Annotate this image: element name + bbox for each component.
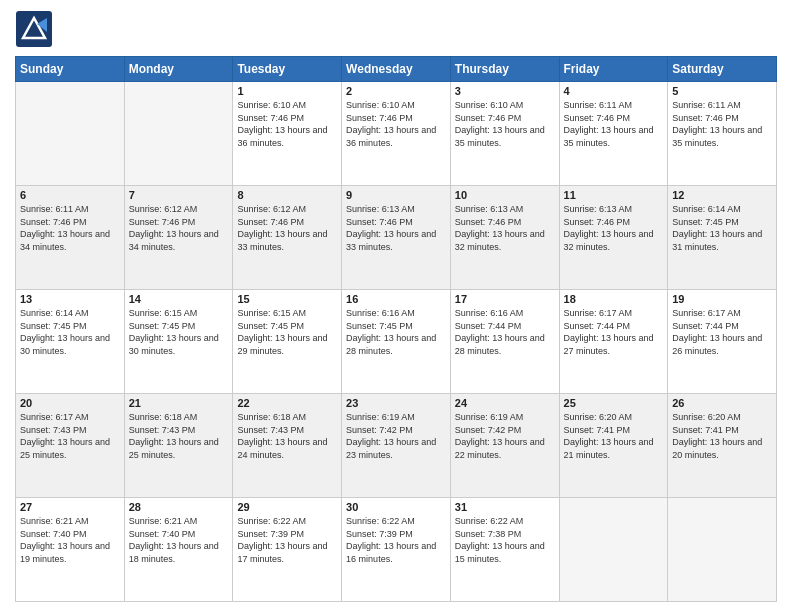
day-info: Sunrise: 6:11 AMSunset: 7:46 PMDaylight:… (564, 99, 664, 149)
col-header-friday: Friday (559, 57, 668, 82)
calendar-cell: 21Sunrise: 6:18 AMSunset: 7:43 PMDayligh… (124, 394, 233, 498)
day-info: Sunrise: 6:22 AMSunset: 7:38 PMDaylight:… (455, 515, 555, 565)
day-number: 5 (672, 85, 772, 97)
calendar-cell: 28Sunrise: 6:21 AMSunset: 7:40 PMDayligh… (124, 498, 233, 602)
day-number: 11 (564, 189, 664, 201)
day-info: Sunrise: 6:18 AMSunset: 7:43 PMDaylight:… (129, 411, 229, 461)
day-number: 16 (346, 293, 446, 305)
day-info: Sunrise: 6:17 AMSunset: 7:44 PMDaylight:… (672, 307, 772, 357)
day-info: Sunrise: 6:12 AMSunset: 7:46 PMDaylight:… (237, 203, 337, 253)
calendar-cell: 29Sunrise: 6:22 AMSunset: 7:39 PMDayligh… (233, 498, 342, 602)
day-info: Sunrise: 6:13 AMSunset: 7:46 PMDaylight:… (455, 203, 555, 253)
day-info: Sunrise: 6:11 AMSunset: 7:46 PMDaylight:… (20, 203, 120, 253)
day-number: 24 (455, 397, 555, 409)
day-number: 13 (20, 293, 120, 305)
day-info: Sunrise: 6:10 AMSunset: 7:46 PMDaylight:… (237, 99, 337, 149)
calendar-week-1: 1Sunrise: 6:10 AMSunset: 7:46 PMDaylight… (16, 82, 777, 186)
day-number: 26 (672, 397, 772, 409)
col-header-monday: Monday (124, 57, 233, 82)
calendar-cell: 11Sunrise: 6:13 AMSunset: 7:46 PMDayligh… (559, 186, 668, 290)
day-info: Sunrise: 6:19 AMSunset: 7:42 PMDaylight:… (346, 411, 446, 461)
day-number: 2 (346, 85, 446, 97)
calendar-cell: 31Sunrise: 6:22 AMSunset: 7:38 PMDayligh… (450, 498, 559, 602)
day-number: 21 (129, 397, 229, 409)
col-header-wednesday: Wednesday (342, 57, 451, 82)
logo-icon (15, 10, 53, 48)
day-info: Sunrise: 6:13 AMSunset: 7:46 PMDaylight:… (564, 203, 664, 253)
day-info: Sunrise: 6:21 AMSunset: 7:40 PMDaylight:… (20, 515, 120, 565)
calendar-cell: 22Sunrise: 6:18 AMSunset: 7:43 PMDayligh… (233, 394, 342, 498)
day-number: 23 (346, 397, 446, 409)
day-info: Sunrise: 6:13 AMSunset: 7:46 PMDaylight:… (346, 203, 446, 253)
calendar-cell (124, 82, 233, 186)
calendar-cell: 4Sunrise: 6:11 AMSunset: 7:46 PMDaylight… (559, 82, 668, 186)
day-number: 27 (20, 501, 120, 513)
day-number: 12 (672, 189, 772, 201)
day-info: Sunrise: 6:16 AMSunset: 7:45 PMDaylight:… (346, 307, 446, 357)
day-info: Sunrise: 6:20 AMSunset: 7:41 PMDaylight:… (672, 411, 772, 461)
calendar-week-2: 6Sunrise: 6:11 AMSunset: 7:46 PMDaylight… (16, 186, 777, 290)
calendar-cell: 17Sunrise: 6:16 AMSunset: 7:44 PMDayligh… (450, 290, 559, 394)
day-number: 15 (237, 293, 337, 305)
calendar-cell: 18Sunrise: 6:17 AMSunset: 7:44 PMDayligh… (559, 290, 668, 394)
day-info: Sunrise: 6:17 AMSunset: 7:44 PMDaylight:… (564, 307, 664, 357)
day-info: Sunrise: 6:12 AMSunset: 7:46 PMDaylight:… (129, 203, 229, 253)
calendar-cell: 14Sunrise: 6:15 AMSunset: 7:45 PMDayligh… (124, 290, 233, 394)
calendar-week-5: 27Sunrise: 6:21 AMSunset: 7:40 PMDayligh… (16, 498, 777, 602)
day-number: 30 (346, 501, 446, 513)
day-info: Sunrise: 6:15 AMSunset: 7:45 PMDaylight:… (129, 307, 229, 357)
calendar-cell: 6Sunrise: 6:11 AMSunset: 7:46 PMDaylight… (16, 186, 125, 290)
calendar-week-3: 13Sunrise: 6:14 AMSunset: 7:45 PMDayligh… (16, 290, 777, 394)
calendar-cell: 5Sunrise: 6:11 AMSunset: 7:46 PMDaylight… (668, 82, 777, 186)
day-info: Sunrise: 6:22 AMSunset: 7:39 PMDaylight:… (237, 515, 337, 565)
day-info: Sunrise: 6:16 AMSunset: 7:44 PMDaylight:… (455, 307, 555, 357)
day-number: 4 (564, 85, 664, 97)
day-info: Sunrise: 6:10 AMSunset: 7:46 PMDaylight:… (346, 99, 446, 149)
header (15, 10, 777, 48)
day-number: 20 (20, 397, 120, 409)
day-number: 14 (129, 293, 229, 305)
calendar-cell (559, 498, 668, 602)
day-number: 29 (237, 501, 337, 513)
day-info: Sunrise: 6:17 AMSunset: 7:43 PMDaylight:… (20, 411, 120, 461)
day-info: Sunrise: 6:15 AMSunset: 7:45 PMDaylight:… (237, 307, 337, 357)
day-number: 18 (564, 293, 664, 305)
day-info: Sunrise: 6:10 AMSunset: 7:46 PMDaylight:… (455, 99, 555, 149)
calendar-cell: 30Sunrise: 6:22 AMSunset: 7:39 PMDayligh… (342, 498, 451, 602)
logo (15, 10, 55, 48)
day-number: 8 (237, 189, 337, 201)
page: SundayMondayTuesdayWednesdayThursdayFrid… (0, 0, 792, 612)
day-info: Sunrise: 6:14 AMSunset: 7:45 PMDaylight:… (20, 307, 120, 357)
day-number: 31 (455, 501, 555, 513)
calendar-cell: 2Sunrise: 6:10 AMSunset: 7:46 PMDaylight… (342, 82, 451, 186)
day-info: Sunrise: 6:14 AMSunset: 7:45 PMDaylight:… (672, 203, 772, 253)
day-number: 19 (672, 293, 772, 305)
calendar-cell: 13Sunrise: 6:14 AMSunset: 7:45 PMDayligh… (16, 290, 125, 394)
day-info: Sunrise: 6:21 AMSunset: 7:40 PMDaylight:… (129, 515, 229, 565)
calendar-cell (16, 82, 125, 186)
calendar-cell (668, 498, 777, 602)
calendar-cell: 23Sunrise: 6:19 AMSunset: 7:42 PMDayligh… (342, 394, 451, 498)
calendar-cell: 19Sunrise: 6:17 AMSunset: 7:44 PMDayligh… (668, 290, 777, 394)
day-info: Sunrise: 6:11 AMSunset: 7:46 PMDaylight:… (672, 99, 772, 149)
day-info: Sunrise: 6:18 AMSunset: 7:43 PMDaylight:… (237, 411, 337, 461)
day-info: Sunrise: 6:19 AMSunset: 7:42 PMDaylight:… (455, 411, 555, 461)
calendar-cell: 24Sunrise: 6:19 AMSunset: 7:42 PMDayligh… (450, 394, 559, 498)
day-number: 1 (237, 85, 337, 97)
day-info: Sunrise: 6:20 AMSunset: 7:41 PMDaylight:… (564, 411, 664, 461)
calendar-cell: 20Sunrise: 6:17 AMSunset: 7:43 PMDayligh… (16, 394, 125, 498)
calendar-cell: 7Sunrise: 6:12 AMSunset: 7:46 PMDaylight… (124, 186, 233, 290)
calendar-cell: 9Sunrise: 6:13 AMSunset: 7:46 PMDaylight… (342, 186, 451, 290)
day-number: 17 (455, 293, 555, 305)
day-info: Sunrise: 6:22 AMSunset: 7:39 PMDaylight:… (346, 515, 446, 565)
col-header-sunday: Sunday (16, 57, 125, 82)
calendar-cell: 15Sunrise: 6:15 AMSunset: 7:45 PMDayligh… (233, 290, 342, 394)
col-header-saturday: Saturday (668, 57, 777, 82)
calendar-cell: 8Sunrise: 6:12 AMSunset: 7:46 PMDaylight… (233, 186, 342, 290)
calendar-cell: 26Sunrise: 6:20 AMSunset: 7:41 PMDayligh… (668, 394, 777, 498)
calendar-cell: 3Sunrise: 6:10 AMSunset: 7:46 PMDaylight… (450, 82, 559, 186)
day-number: 28 (129, 501, 229, 513)
calendar-week-4: 20Sunrise: 6:17 AMSunset: 7:43 PMDayligh… (16, 394, 777, 498)
day-number: 3 (455, 85, 555, 97)
calendar-cell: 10Sunrise: 6:13 AMSunset: 7:46 PMDayligh… (450, 186, 559, 290)
